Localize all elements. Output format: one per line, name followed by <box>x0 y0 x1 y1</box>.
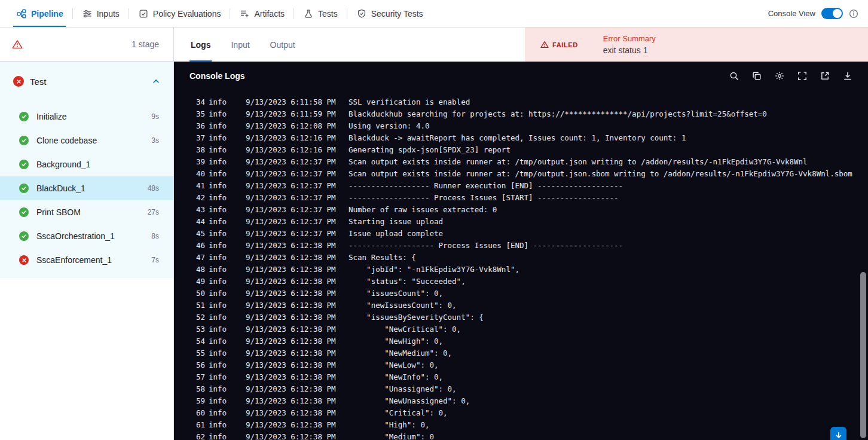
stage-test[interactable]: Test <box>0 64 173 99</box>
log-line: 47info9/13/2023 6:12:38 PMScan Results: … <box>195 252 868 264</box>
log-line: 53info9/13/2023 6:12:38 PM "NewCritical"… <box>195 323 868 335</box>
failed-warning-icon <box>540 41 549 48</box>
log-line: 35info9/13/2023 6:11:59 PMBlackduckhub s… <box>195 108 868 120</box>
nav-tab-security-tests[interactable]: Security Tests <box>347 0 433 27</box>
log-line-number: 62 <box>195 431 205 440</box>
log-level: info <box>209 395 229 407</box>
settings-button[interactable] <box>775 71 784 81</box>
nav-tab-inputs[interactable]: Inputs <box>73 0 129 27</box>
log-line-number: 52 <box>195 311 205 323</box>
log-timestamp: 9/13/2023 6:12:16 PM <box>246 132 339 144</box>
step-name: SscaEnforcement_1 <box>36 255 112 265</box>
log-level: info <box>209 323 229 335</box>
log-line-number: 60 <box>195 407 205 419</box>
nav-tab-artifacts[interactable]: Artifacts <box>230 0 294 27</box>
log-level: info <box>209 359 229 371</box>
log-message: Blackduck -> awaitReport has completed, … <box>349 132 686 144</box>
step-sscaenforcement-1[interactable]: SscaEnforcement_17s <box>0 248 173 272</box>
nav-tab-pipeline[interactable]: Pipeline <box>7 0 73 27</box>
log-line: 42info9/13/2023 6:12:37 PM--------------… <box>195 192 868 204</box>
log-timestamp: 9/13/2023 6:12:37 PM <box>246 168 339 180</box>
console-panel: Console Logs 34info9/13/2023 6:11:58 PMS… <box>174 62 868 440</box>
log-timestamp: 9/13/2023 6:12:38 PM <box>246 419 339 431</box>
step-clone-codebase[interactable]: Clone codebase3s <box>0 129 173 152</box>
log-timestamp: 9/13/2023 6:12:37 PM <box>246 228 339 240</box>
log-message: "Unassigned": 0, <box>349 383 457 395</box>
log-line: 62info9/13/2023 6:12:38 PM "Medium": 0 <box>195 431 868 440</box>
log-line: 58info9/13/2023 6:12:38 PM "Unassigned":… <box>195 383 868 395</box>
log-timestamp: 9/13/2023 6:12:38 PM <box>246 323 339 335</box>
log-line: 38info9/13/2023 6:12:16 PMGenerating spd… <box>195 144 868 156</box>
log-line: 61info9/13/2023 6:12:38 PM "High": 0, <box>195 419 868 431</box>
inputs-icon <box>82 9 92 19</box>
log-message: "NewHigh": 0, <box>349 335 443 347</box>
console-view-toggle[interactable] <box>821 8 843 19</box>
log-message: "NewMedium": 0, <box>349 347 452 359</box>
warning-icon <box>12 39 23 49</box>
log-level: info <box>209 240 229 252</box>
tab-input[interactable]: Input <box>231 28 249 62</box>
log-line: 46info9/13/2023 6:12:38 PM--------------… <box>195 240 868 252</box>
log-timestamp: 9/13/2023 6:12:38 PM <box>246 371 339 383</box>
step-duration: 8s <box>151 232 159 240</box>
log-timestamp: 9/13/2023 6:12:38 PM <box>246 264 339 276</box>
download-button[interactable] <box>843 71 852 81</box>
copy-button[interactable] <box>752 71 762 81</box>
fullscreen-button[interactable] <box>797 71 807 81</box>
log-line-number: 45 <box>195 228 205 240</box>
log-level: info <box>209 192 229 204</box>
error-summary-banner: FAILED Error Summary exit status 1 <box>525 28 868 62</box>
step-initialize[interactable]: Initialize9s <box>0 105 173 129</box>
log-line: 39info9/13/2023 6:12:37 PMScan output ex… <box>195 156 868 168</box>
info-button[interactable] <box>849 9 858 19</box>
success-status-icon <box>19 112 29 121</box>
tests-icon <box>304 9 313 19</box>
step-blackduck-1[interactable]: BlackDuck_148s <box>0 176 173 200</box>
search-button[interactable] <box>729 71 739 81</box>
log-timestamp: 9/13/2023 6:12:38 PM <box>246 431 339 440</box>
log-timestamp: 9/13/2023 6:11:59 PM <box>246 108 339 120</box>
step-print-sbom[interactable]: Print SBOM27s <box>0 200 173 224</box>
log-level: info <box>209 335 229 347</box>
log-level: info <box>209 204 229 216</box>
log-line-number: 50 <box>195 288 205 300</box>
console-header: Console Logs <box>174 62 868 90</box>
log-message: Blackduckhub searching for projects at: … <box>349 108 767 120</box>
nav-right-controls: Console View <box>768 8 858 19</box>
log-message: ------------------ Process Issues [START… <box>349 192 619 204</box>
log-level: info <box>209 108 229 120</box>
nav-tab-policy-evaluations[interactable]: Policy Evaluations <box>129 0 231 27</box>
download-icon <box>843 71 852 81</box>
open-in-new-button[interactable] <box>820 71 830 81</box>
tab-label: Output <box>270 40 295 50</box>
log-level: info <box>209 276 229 288</box>
error-summary-title: Error Summary <box>603 34 656 43</box>
log-message: "status": "Succeeded", <box>349 276 466 288</box>
step-duration: 48s <box>148 184 159 192</box>
log-message: Using version: 4.0 <box>349 120 429 132</box>
log-line-number: 40 <box>195 168 205 180</box>
log-level: info <box>209 132 229 144</box>
console-scrollbar[interactable] <box>860 272 866 438</box>
failed-badge-label: FAILED <box>552 41 578 48</box>
success-status-icon <box>19 231 29 241</box>
nav-tab-tests[interactable]: Tests <box>294 0 347 27</box>
log-level: info <box>209 288 229 300</box>
tab-logs[interactable]: Logs <box>191 28 210 62</box>
step-background-1[interactable]: Background_1 <box>0 152 173 176</box>
step-duration: 27s <box>148 208 159 216</box>
log-line-number: 42 <box>195 192 205 204</box>
nav-tab-label: Pipeline <box>31 9 63 19</box>
log-level: info <box>209 407 229 419</box>
console-log-output[interactable]: 34info9/13/2023 6:11:58 PMSSL verificati… <box>174 90 868 440</box>
chevron-up-icon[interactable] <box>152 77 160 85</box>
log-line-number: 57 <box>195 371 205 383</box>
sidebar-header: 1 stage <box>0 28 173 62</box>
tab-output[interactable]: Output <box>270 28 295 62</box>
scroll-to-bottom-button[interactable] <box>830 427 846 440</box>
log-line: 49info9/13/2023 6:12:38 PM "status": "Su… <box>195 276 868 288</box>
step-sscaorchestration-1[interactable]: SscaOrchestration_18s <box>0 224 173 248</box>
stage-count: 1 stage <box>132 39 159 49</box>
log-timestamp: 9/13/2023 6:12:37 PM <box>246 204 339 216</box>
failed-badge: FAILED <box>540 41 578 48</box>
